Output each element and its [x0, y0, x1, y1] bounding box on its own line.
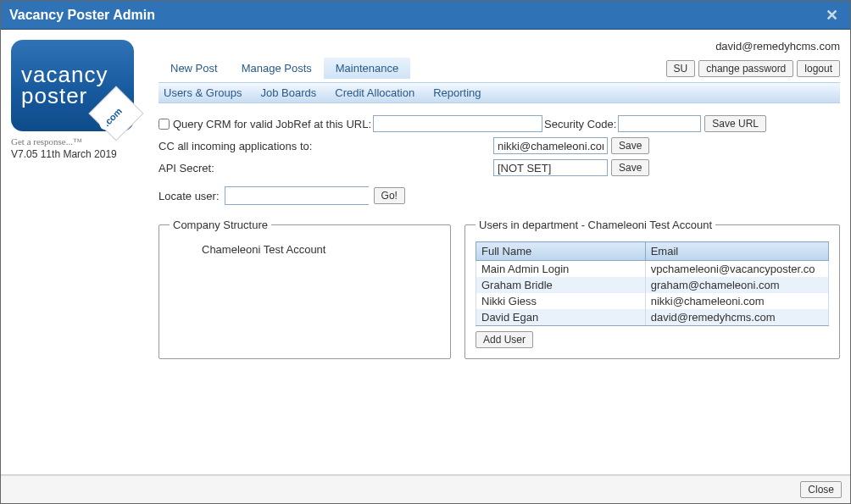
locate-user-input[interactable] — [225, 187, 375, 204]
tab-new-post[interactable]: New Post — [159, 58, 230, 79]
cell-name: Graham Bridle — [476, 277, 646, 293]
logo: vacancy poster .com — [11, 40, 134, 131]
close-icon[interactable]: ✕ — [822, 6, 842, 25]
tab-manage-posts[interactable]: Manage Posts — [230, 58, 324, 79]
top-buttons: SU change password logout — [666, 60, 840, 77]
window-title: Vacancy Poster Admin — [9, 8, 155, 23]
locate-user-combo[interactable]: ▼ — [225, 186, 369, 205]
save-cc-button[interactable]: Save — [611, 137, 649, 154]
subnav-job-boards[interactable]: Job Boards — [260, 86, 316, 99]
security-code-input[interactable] — [618, 115, 701, 132]
locate-label: Locate user: — [159, 190, 220, 202]
subnav-credit-allocation[interactable]: Credit Allocation — [335, 86, 414, 99]
col-full-name[interactable]: Full Name — [476, 242, 646, 261]
version-text: V7.05 11th March 2019 — [11, 148, 147, 160]
api-secret-input[interactable] — [493, 159, 608, 176]
change-password-button[interactable]: change password — [698, 60, 793, 77]
subnav-reporting[interactable]: Reporting — [433, 86, 481, 99]
logo-tagline: Get a response...™ — [11, 136, 147, 147]
save-api-button[interactable]: Save — [611, 159, 649, 176]
row-query-crm: Query CRM for valid JobRef at this URL: … — [159, 115, 840, 132]
users-fieldset: Users in department - Chameleoni Test Ac… — [464, 219, 840, 359]
users-legend: Users in department - Chameleoni Test Ac… — [476, 219, 715, 231]
row-api: API Secret: Save — [159, 159, 840, 176]
main-tabs: New Post Manage Posts Maintenance — [159, 58, 410, 79]
row-cc: CC all incoming applications to: Save — [159, 137, 840, 154]
users-table: Full Name Email Main Admin Login vpchame… — [476, 241, 829, 326]
sidebar: vacancy poster .com Get a response...™ V… — [11, 40, 147, 468]
cell-email: david@remedyhcms.com — [645, 309, 828, 326]
close-button[interactable]: Close — [800, 481, 842, 498]
save-url-button[interactable]: Save URL — [704, 115, 766, 132]
cell-email: vpchameleoni@vacancyposter.co — [645, 261, 828, 278]
subnav: Users & Groups Job Boards Credit Allocat… — [159, 82, 840, 103]
row-locate: Locate user: ▼ Go! — [159, 186, 840, 205]
table-row[interactable]: Nikki Giess nikki@chameleoni.com — [476, 293, 829, 309]
main-area: david@remedyhcms.com New Post Manage Pos… — [147, 40, 840, 468]
current-user-email: david@remedyhcms.com — [159, 40, 840, 53]
body: vacancy poster .com Get a response...™ V… — [1, 30, 850, 475]
security-code-label: Security Code: — [544, 118, 616, 130]
cc-label: CC all incoming applications to: — [159, 140, 493, 152]
col-email[interactable]: Email — [645, 242, 828, 261]
cell-email: nikki@chameleoni.com — [645, 293, 828, 309]
su-button[interactable]: SU — [666, 60, 696, 77]
panes: Company Structure Chameleoni Test Accoun… — [159, 219, 840, 359]
tab-maintenance[interactable]: Maintenance — [324, 58, 410, 79]
app-window: Vacancy Poster Admin ✕ vacancy poster .c… — [0, 0, 851, 504]
cell-name: David Egan — [476, 309, 646, 326]
crm-url-input[interactable] — [373, 115, 542, 132]
table-row[interactable]: Graham Bridle graham@chameleoni.com — [476, 277, 829, 293]
cell-name: Main Admin Login — [476, 261, 646, 278]
topbar: New Post Manage Posts Maintenance SU cha… — [159, 58, 840, 79]
cell-email: graham@chameleoni.com — [645, 277, 828, 293]
logout-button[interactable]: logout — [797, 60, 840, 77]
footer: Close — [1, 475, 850, 503]
add-user-button[interactable]: Add User — [476, 331, 533, 348]
titlebar: Vacancy Poster Admin ✕ — [1, 1, 850, 30]
api-label: API Secret: — [159, 162, 493, 174]
company-root-node[interactable]: Chameleoni Test Account — [170, 241, 440, 258]
cell-name: Nikki Giess — [476, 293, 646, 309]
cc-input[interactable] — [493, 137, 608, 154]
subnav-users-groups[interactable]: Users & Groups — [164, 86, 242, 99]
query-crm-label: Query CRM for valid JobRef at this URL: — [173, 118, 371, 130]
table-row[interactable]: David Egan david@remedyhcms.com — [476, 309, 829, 326]
company-structure-legend: Company Structure — [170, 219, 271, 231]
company-structure-fieldset: Company Structure Chameleoni Test Accoun… — [159, 219, 451, 359]
go-button[interactable]: Go! — [374, 187, 405, 204]
table-row[interactable]: Main Admin Login vpchameleoni@vacancypos… — [476, 261, 829, 278]
query-crm-checkbox[interactable] — [159, 119, 170, 130]
